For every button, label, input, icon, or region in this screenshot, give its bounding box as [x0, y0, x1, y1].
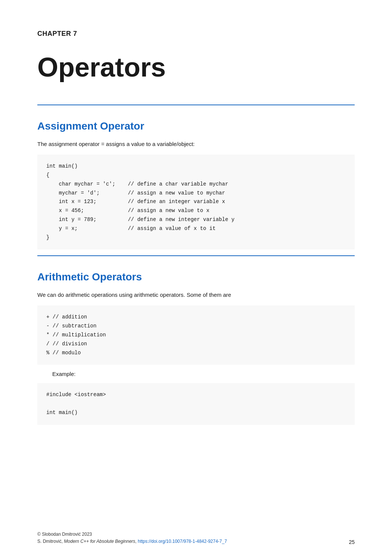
- code-block-assignment: int main() { char mychar = 'c'; // defin…: [37, 155, 355, 249]
- footer: © Slobodan Dmitrović 2023 S. Dmitrović, …: [37, 531, 355, 545]
- book-title: Modern C++ for Absolute Beginners: [64, 539, 135, 544]
- code-block-operators: + // addition - // subtraction * // mult…: [37, 305, 355, 365]
- section-intro-arithmetic: We can do arithmetic operations using ar…: [37, 290, 355, 299]
- section-title-assignment: Assignment Operator: [37, 120, 355, 132]
- section-divider-2: [37, 255, 355, 256]
- page-container: CHAPTER 7 Operators Assignment Operator …: [0, 0, 392, 560]
- footer-copyright: © Slobodan Dmitrović 2023: [37, 531, 355, 538]
- page-number: 25: [349, 539, 355, 545]
- footer-citation: S. Dmitrović, Modern C++ for Absolute Be…: [37, 538, 355, 545]
- section-title-arithmetic: Arithmetic Operators: [37, 271, 355, 283]
- chapter-title: Operators: [37, 53, 355, 82]
- section-divider: [37, 105, 355, 105]
- section-assignment: Assignment Operator The assignment opera…: [37, 105, 355, 249]
- doi-link[interactable]: https://doi.org/10.1007/978-1-4842-9274-…: [138, 539, 227, 544]
- copyright-text: © Slobodan Dmitrović 2023: [37, 532, 92, 537]
- citation-author: S. Dmitrović,: [37, 539, 64, 544]
- section-arithmetic: Arithmetic Operators We can do arithmeti…: [37, 255, 355, 424]
- chapter-label: CHAPTER 7: [37, 30, 355, 38]
- code-block-example: #include <iostream> int main(): [37, 383, 355, 424]
- section-intro-assignment: The assignment operator = assigns a valu…: [37, 140, 355, 149]
- example-label: Example:: [52, 371, 355, 377]
